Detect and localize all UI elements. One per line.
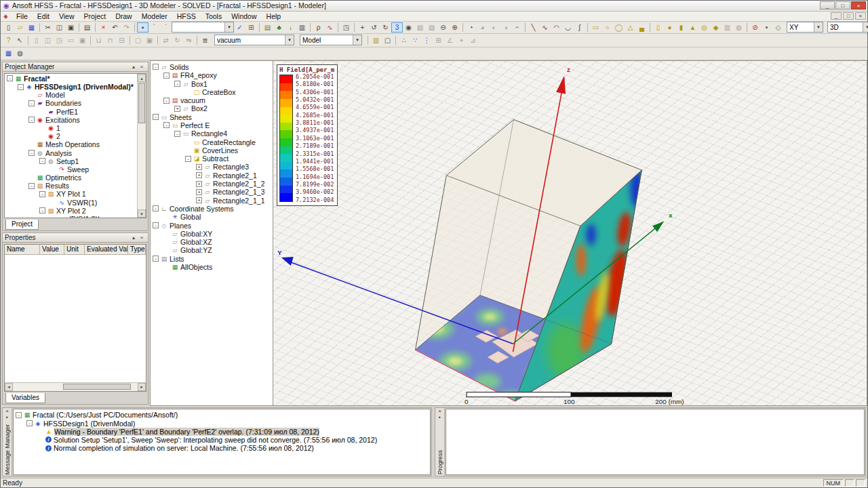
draw-ellipse-icon[interactable]: ◯ [613, 22, 625, 33]
chevron-down-icon[interactable]: ▼ [814, 22, 823, 32]
draw-arc-center-icon[interactable]: ◠ [551, 22, 562, 33]
distributed-icon[interactable]: ▥ [296, 22, 308, 33]
tree-node[interactable]: ▱Global:XY [151, 230, 273, 238]
tree-node[interactable]: +▱Rectangle2_1_2 [151, 180, 273, 188]
expander-icon[interactable]: + [196, 197, 202, 203]
scroll-up-icon[interactable]: ▲ [138, 74, 146, 82]
tree-node[interactable]: -◍Setup1 [5, 157, 137, 165]
tree-node[interactable]: ▱Global:YZ [151, 246, 273, 254]
menu-file[interactable]: File [12, 12, 33, 20]
expander-icon[interactable]: - [153, 222, 159, 228]
context-help-icon[interactable]: ↖ [14, 35, 26, 45]
expander-icon[interactable]: - [18, 84, 24, 90]
movement-mode-combo[interactable]: 3D ▼ [827, 22, 868, 33]
snap-edge-icon[interactable]: ∵ [410, 35, 421, 45]
expander-icon[interactable]: - [39, 158, 45, 164]
collapse-panel-icon[interactable]: ▴ [130, 64, 138, 70]
rotate-cw-icon[interactable]: ↻ [380, 22, 391, 33]
tree-node[interactable]: +▱Rectangle3 [151, 163, 273, 171]
pin-panel-icon[interactable]: ▪ [439, 414, 441, 420]
tab-project[interactable]: Project [5, 220, 39, 230]
column-value[interactable]: Value [40, 245, 64, 254]
expander-icon[interactable]: - [28, 183, 35, 189]
menu-help[interactable]: Help [262, 12, 286, 20]
expander-icon[interactable]: - [28, 117, 35, 123]
close-panel-icon[interactable]: × [138, 64, 146, 70]
mirror-icon[interactable]: ⇋ [183, 35, 195, 45]
vertical-scrollbar[interactable]: ▲ ▼ [137, 74, 146, 218]
redo-icon[interactable]: ↷ [121, 22, 132, 33]
draw-circle-icon[interactable]: ○ [601, 22, 613, 33]
dynamic-rotate-icon[interactable]: 3 [391, 22, 403, 33]
child-restore-button[interactable]: □ [843, 12, 854, 20]
expander-icon[interactable]: - [153, 256, 159, 262]
print-icon[interactable]: ▤ [81, 22, 93, 33]
help-icon[interactable]: ? [3, 35, 14, 45]
tree-node[interactable]: -▱Solids [151, 63, 273, 71]
boolean-intersect-icon[interactable]: ⊓ [104, 35, 116, 45]
tab-variables[interactable]: Variables [5, 393, 45, 403]
tree-node[interactable]: -▨XY Plot 1 [5, 190, 137, 198]
profile-icon[interactable]: ▤ [262, 22, 273, 33]
tree-node[interactable]: -◇Planes [151, 221, 273, 229]
tree-node[interactable]: ∿VSWR(1) [5, 199, 137, 207]
chevron-down-icon[interactable]: ▼ [285, 35, 294, 45]
menu-hfss[interactable]: HFSS [172, 12, 201, 20]
menu-project[interactable]: Project [79, 12, 111, 20]
message-node[interactable]: -◈HFSSDesign1 (DrivenModal) [14, 420, 430, 428]
open-file-icon[interactable]: ▱ [14, 22, 26, 33]
tree-node[interactable]: -◍Analysis [5, 148, 137, 157]
column-name[interactable]: Name [5, 245, 40, 254]
tree-node[interactable]: ✳Global [151, 213, 273, 221]
restore-button[interactable]: □ [835, 1, 850, 9]
submit-job-icon[interactable]: ↓ [285, 22, 296, 33]
chevron-down-icon[interactable]: ▼ [353, 35, 361, 45]
tree-node[interactable]: ▭CreateRectangle [151, 138, 273, 146]
minimize-button[interactable]: _ [820, 1, 835, 9]
view-orient-2-icon[interactable]: ◕ [477, 22, 488, 33]
sweep-tool-icon[interactable]: ≣ [199, 35, 211, 45]
tree-node[interactable]: ↷Sweep [5, 165, 137, 174]
horizontal-scrollbar[interactable]: ◄ ► [5, 382, 146, 391]
select-up-icon[interactable]: ˆ [149, 22, 160, 33]
boolean-unite-icon[interactable]: ⊔ [93, 35, 104, 45]
scroll-left-icon[interactable]: ◄ [5, 383, 13, 391]
column-evaluated-value[interactable]: Evaluated Value [85, 245, 128, 254]
snap-vertex-icon[interactable]: ∴ [398, 35, 410, 45]
zoom-rect-icon[interactable]: ▧ [414, 22, 426, 33]
snap-center-icon[interactable]: ⌖ [456, 35, 467, 45]
non-model-icon[interactable]: ⊘ [749, 22, 761, 33]
expander-icon[interactable]: + [196, 164, 202, 170]
expander-icon[interactable]: - [185, 156, 191, 162]
view-orient-1-icon[interactable]: ◔ [465, 22, 477, 33]
wireframe-icon[interactable]: ▢ [382, 35, 393, 45]
menu-tools[interactable]: Tools [201, 12, 227, 20]
expander-icon[interactable]: - [153, 205, 159, 211]
menu-draw[interactable]: Draw [111, 12, 137, 20]
tree-node[interactable]: -▤FR4_epoxy [151, 71, 273, 79]
chevron-down-icon[interactable]: ▼ [863, 22, 868, 32]
tree-node[interactable]: ▢CreateBox [151, 88, 273, 96]
optimetrics-icon[interactable]: ρ [313, 22, 324, 33]
expander-icon[interactable]: - [163, 73, 170, 79]
rotate-ccw-icon[interactable]: ↺ [368, 22, 380, 33]
view-orientation-icon[interactable]: ◍ [14, 48, 26, 58]
tree-node[interactable]: -◉Excitations [5, 116, 137, 124]
message-node[interactable]: ▲Warning - Boundary 'PerfE1' and Boundar… [14, 428, 430, 436]
tree-node[interactable]: -▭Rectangle4 [151, 129, 273, 138]
expander-icon[interactable]: - [16, 412, 22, 418]
snap-midpoint-icon[interactable]: ⋮ [421, 35, 433, 45]
select-object-icon[interactable]: ▪ [137, 22, 149, 33]
results-curve-icon[interactable]: ∿ [324, 22, 336, 33]
expander-icon[interactable]: - [39, 207, 45, 214]
window-copy-3-icon[interactable]: ◳ [54, 35, 65, 45]
tree-node[interactable]: -▤vacuum [151, 96, 273, 104]
tree-node[interactable]: ◉1 [5, 124, 137, 132]
copy-icon[interactable]: ◫ [54, 22, 65, 33]
scroll-thumb[interactable] [63, 384, 131, 390]
tree-node[interactable]: -▨Results [5, 182, 137, 190]
zoom-out-icon[interactable]: ⊖ [437, 22, 449, 33]
message-node[interactable]: iSolution Setup 'Setup1', Sweep 'Sweep':… [14, 436, 430, 444]
tree-node[interactable]: -◈HFSSDesign1 (DrivenModal)* [5, 83, 137, 91]
view-orient-5-icon[interactable]: ◓ [511, 22, 523, 33]
